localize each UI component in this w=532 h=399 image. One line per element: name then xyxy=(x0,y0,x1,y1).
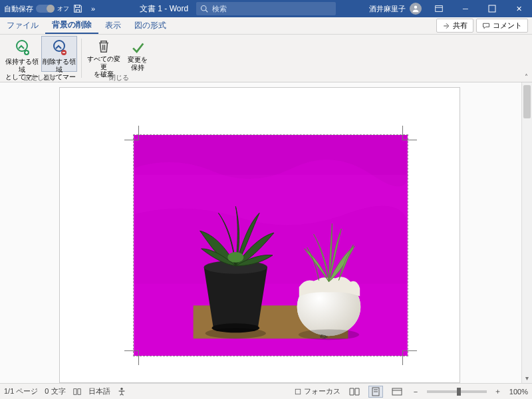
focus-icon xyxy=(294,388,302,396)
person-icon xyxy=(412,5,420,13)
user-account[interactable]: 酒井麻里子 xyxy=(365,3,426,15)
word-count[interactable]: 0 文字 xyxy=(45,386,65,396)
crop-handle-tl[interactable] xyxy=(124,126,139,140)
search-placeholder: 検索 xyxy=(212,4,227,14)
accessibility-icon xyxy=(117,387,126,396)
save-icon xyxy=(73,4,82,13)
search-box[interactable]: 検索 xyxy=(196,2,336,15)
chevron-right-icon: » xyxy=(91,5,95,13)
toggle-switch-icon xyxy=(36,5,55,13)
focus-label: フォーカス xyxy=(304,386,340,396)
mark-areas-to-keep-button[interactable]: 保持する領域としてマーク xyxy=(4,36,40,72)
close-icon: ✕ xyxy=(516,5,522,13)
tab-background-removal[interactable]: 背景の削除 xyxy=(45,17,98,34)
document-title: 文書 1 - Word xyxy=(140,3,188,15)
language[interactable]: 日本語 xyxy=(88,386,110,396)
scroll-down-icon[interactable]: ▾ xyxy=(522,374,532,382)
share-icon xyxy=(442,22,450,30)
autosave-state: オフ xyxy=(57,5,69,13)
book-icon xyxy=(72,387,82,396)
svg-point-19 xyxy=(205,328,266,338)
comment-button[interactable]: コメント xyxy=(476,19,528,33)
svg-rect-3 xyxy=(436,6,443,12)
web-layout-button[interactable] xyxy=(390,386,404,398)
page-count[interactable]: 1/1 ページ xyxy=(4,386,38,396)
status-bar: 1/1 ページ 0 文字 日本語 フォーカス − ＋ 100% xyxy=(0,383,532,399)
svg-point-21 xyxy=(120,387,123,390)
pencil-minus-icon xyxy=(51,39,68,57)
tab-view[interactable]: 表示 xyxy=(98,17,128,34)
save-button[interactable] xyxy=(73,4,86,13)
close-button[interactable]: ✕ xyxy=(505,0,532,17)
discard-all-changes-button[interactable]: すべての変更を破棄 xyxy=(86,36,122,72)
trash-icon xyxy=(95,39,112,54)
chevron-up-icon: ˄ xyxy=(525,73,528,80)
crop-handle-br[interactable] xyxy=(402,350,417,365)
document-area: ✎ ▾ xyxy=(0,82,532,383)
ribbon: 保持する領域としてマーク 削除する領域としてマーク 設定し直す すべての変更を破… xyxy=(0,35,532,82)
focus-mode-button[interactable]: フォーカス xyxy=(294,386,340,396)
svg-rect-5 xyxy=(489,5,495,12)
proofing-button[interactable] xyxy=(72,387,82,396)
crop-handle-tr[interactable] xyxy=(402,126,417,140)
tab-picture-format[interactable]: 図の形式 xyxy=(128,17,173,34)
collapse-ribbon-button[interactable]: ˄ xyxy=(520,35,532,82)
quick-access-more[interactable]: » xyxy=(86,5,100,13)
zoom-slider-knob[interactable] xyxy=(457,388,461,396)
minimize-button[interactable]: ─ xyxy=(452,0,479,17)
zoom-in-button[interactable]: ＋ xyxy=(493,386,503,396)
comment-icon xyxy=(482,22,490,30)
read-mode-icon xyxy=(349,388,360,396)
svg-line-1 xyxy=(205,10,207,12)
search-icon xyxy=(200,5,208,13)
mark-areas-to-remove-button[interactable]: 削除する領域としてマーク xyxy=(41,36,77,72)
print-layout-button[interactable] xyxy=(368,386,383,398)
comment-label: コメント xyxy=(493,21,522,31)
minimize-icon: ─ xyxy=(463,5,468,13)
ribbon-options-icon xyxy=(434,4,444,13)
autosave-label: 自動保存 xyxy=(4,4,33,14)
maximize-icon xyxy=(488,5,496,13)
autosave-toggle[interactable]: 自動保存 オフ xyxy=(0,4,73,14)
page[interactable]: ✎ xyxy=(59,87,460,383)
checkmark-icon xyxy=(129,39,146,55)
read-mode-button[interactable] xyxy=(347,386,362,398)
ribbon-group-close: すべての変更を破棄 変更を保持 閉じる xyxy=(82,35,156,82)
vertical-scrollbar[interactable]: ▾ xyxy=(521,82,532,383)
svg-point-2 xyxy=(414,6,418,9)
share-button[interactable]: 共有 xyxy=(436,19,473,33)
pencil-plus-icon xyxy=(13,39,31,57)
ribbon-display-options[interactable] xyxy=(426,0,452,17)
svg-point-0 xyxy=(201,6,207,11)
svg-point-16 xyxy=(227,252,243,263)
tab-strip: ファイル 背景の削除 表示 図の形式 共有 コメント xyxy=(0,17,532,35)
image-content xyxy=(134,135,408,356)
zoom-level[interactable]: 100% xyxy=(509,388,528,396)
web-layout-icon xyxy=(392,388,402,396)
titlebar: 自動保存 オフ » 文書 1 - Word 検索 酒井麻里子 ─ ✕ xyxy=(0,0,532,17)
crop-handle-bl[interactable] xyxy=(124,350,139,365)
svg-rect-26 xyxy=(392,388,402,395)
accessibility-button[interactable] xyxy=(117,387,126,396)
tab-file[interactable]: ファイル xyxy=(0,17,45,34)
user-name: 酒井麻里子 xyxy=(369,4,406,14)
avatar xyxy=(410,3,422,15)
zoom-out-button[interactable]: − xyxy=(411,388,420,396)
maximize-button[interactable] xyxy=(479,0,505,17)
zoom-slider[interactable] xyxy=(427,390,487,393)
keep-changes-button[interactable]: 変更を保持 xyxy=(123,36,152,72)
print-layout-icon xyxy=(371,387,380,396)
svg-rect-22 xyxy=(295,389,301,394)
keep-label: 変更を保持 xyxy=(128,56,148,71)
ribbon-group-refine: 保持する領域としてマーク 削除する領域としてマーク 設定し直す xyxy=(0,35,81,82)
scrollbar-thumb[interactable] xyxy=(523,85,531,118)
share-label: 共有 xyxy=(453,21,467,31)
selected-image[interactable]: ✎ xyxy=(133,134,408,356)
